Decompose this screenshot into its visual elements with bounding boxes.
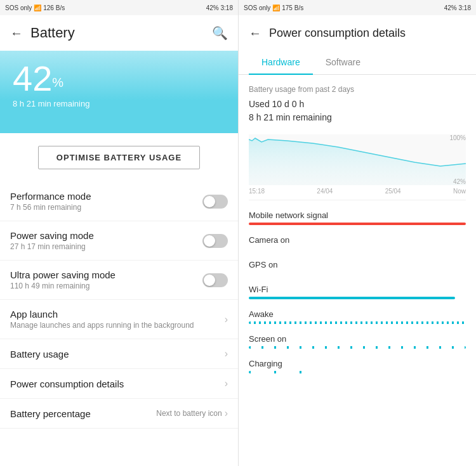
optimise-button[interactable]: OPTIMISE BATTERY USAGE bbox=[38, 146, 200, 169]
usage-bar-container-awake bbox=[249, 321, 466, 324]
usage-label-awake: Awake bbox=[249, 309, 466, 319]
left-battery-status: 42% 3:18 bbox=[206, 4, 233, 11]
usage-label-gps: GPS on bbox=[249, 260, 466, 269]
battery-used-text: Used 10 d 0 h 8 h 21 min remaining bbox=[249, 98, 466, 124]
usage-bar-container-mobile bbox=[249, 223, 466, 225]
performance-mode-item[interactable]: Performance mode 7 h 56 min remaining bbox=[0, 182, 238, 221]
usage-bar-screen bbox=[249, 346, 466, 349]
battery-percentage-chevron: › bbox=[225, 408, 228, 419]
ultra-power-saving-content: Ultra power saving mode 110 h 49 min rem… bbox=[10, 269, 202, 290]
app-launch-content: App launch Manage launches and apps runn… bbox=[10, 309, 225, 330]
usage-label-wifi: Wi-Fi bbox=[249, 285, 466, 294]
sos-text: SOS only bbox=[5, 4, 32, 11]
power-saving-toggle[interactable] bbox=[202, 234, 228, 248]
right-wifi-icon: 📶 bbox=[272, 4, 280, 11]
battery-visual: 42% 8 h 21 min remaining bbox=[0, 51, 238, 133]
right-panel: SOS only 📶 175 B/s 42% 3:18 ← Power cons… bbox=[238, 0, 476, 466]
right-signal-speed: 175 B/s bbox=[282, 4, 303, 11]
app-launch-item[interactable]: App launch Manage launches and apps runn… bbox=[0, 300, 238, 339]
chart-area: 100% 42% 15:18 24/04 25 bbox=[239, 129, 476, 200]
ultra-power-saving-subtitle: 110 h 49 min remaining bbox=[10, 282, 202, 290]
usage-bar-awake bbox=[249, 321, 466, 324]
usage-bar-container-charging bbox=[249, 371, 466, 373]
left-back-button[interactable]: ← bbox=[10, 26, 23, 41]
battery-usage-title: Battery usage bbox=[10, 349, 225, 359]
right-battery-status: 42% 3:18 bbox=[444, 4, 471, 11]
performance-mode-title: Performance mode bbox=[10, 191, 202, 202]
right-sos-text: SOS only bbox=[244, 4, 270, 11]
usage-row-wifi: Wi-Fi bbox=[239, 280, 476, 304]
left-top-bar: ← Battery 🔍 bbox=[0, 15, 238, 51]
usage-row-mobile: Mobile network signal bbox=[239, 205, 476, 230]
performance-mode-content: Performance mode 7 h 56 min remaining bbox=[10, 191, 202, 212]
signal-speed: 126 B/s bbox=[43, 4, 65, 11]
app-launch-subtitle: Manage launches and apps running in the … bbox=[10, 321, 225, 330]
left-page-title: Battery bbox=[30, 25, 212, 41]
chart-label-3: Now bbox=[453, 188, 466, 195]
right-back-button[interactable]: ← bbox=[249, 26, 261, 41]
chart-label-2: 25/04 bbox=[385, 188, 401, 195]
usage-row-gps: GPS on bbox=[239, 255, 476, 280]
battery-percentage-title: Battery percentage bbox=[10, 408, 156, 419]
usage-bar-wifi bbox=[249, 297, 455, 299]
battery-percentage-display: 42% 8 h 21 min remaining bbox=[13, 61, 89, 108]
used-text: Used 10 d 0 h bbox=[249, 99, 304, 109]
left-status-bar: SOS only 📶 126 B/s 42% 3:18 bbox=[0, 0, 238, 15]
power-consumption-content: Power consumption details bbox=[10, 379, 225, 389]
battery-percentage-item[interactable]: Battery percentage Next to battery icon … bbox=[0, 399, 238, 429]
right-remaining-text: 8 h 21 min remaining bbox=[249, 112, 332, 122]
power-saving-title: Power saving mode bbox=[10, 230, 202, 241]
right-top-bar: ← Power consumption details bbox=[239, 15, 476, 51]
tab-hardware[interactable]: Hardware bbox=[249, 51, 313, 75]
chart-42-label: 42% bbox=[453, 178, 466, 185]
settings-list: Performance mode 7 h 56 min remaining Po… bbox=[0, 182, 238, 466]
usage-row-screen: Screen on bbox=[239, 329, 476, 354]
battery-usage-content: Battery usage bbox=[10, 349, 225, 359]
ultra-power-saving-item[interactable]: Ultra power saving mode 110 h 49 min rem… bbox=[0, 261, 238, 300]
ultra-power-saving-title: Ultra power saving mode bbox=[10, 269, 202, 280]
power-consumption-chevron: › bbox=[225, 378, 228, 389]
right-status-right: 42% 3:18 bbox=[444, 4, 471, 11]
usage-row-camera: Camera on bbox=[239, 230, 476, 255]
power-saving-content: Power saving mode 27 h 17 min remaining bbox=[10, 230, 202, 251]
usage-label-screen: Screen on bbox=[249, 334, 466, 344]
usage-section: Mobile network signal Camera on GPS on W… bbox=[239, 200, 476, 466]
power-saving-item[interactable]: Power saving mode 27 h 17 min remaining bbox=[0, 221, 238, 261]
battery-info-section: Battery usage from past 2 days Used 10 d… bbox=[239, 75, 476, 129]
usage-row-awake: Awake bbox=[239, 304, 476, 329]
left-panel: SOS only 📶 126 B/s 42% 3:18 ← Battery 🔍 … bbox=[0, 0, 238, 466]
usage-bar-container-screen bbox=[249, 346, 466, 349]
chart-label-1: 24/04 bbox=[317, 188, 333, 195]
app-launch-chevron: › bbox=[225, 314, 228, 325]
performance-mode-toggle[interactable] bbox=[202, 195, 228, 209]
right-page-title: Power consumption details bbox=[269, 27, 466, 40]
power-consumption-title: Power consumption details bbox=[10, 379, 225, 389]
left-status-left: SOS only 📶 126 B/s bbox=[5, 4, 65, 11]
battery-percent-number: 42 bbox=[13, 58, 52, 98]
battery-percentage-row: 42% bbox=[13, 61, 89, 96]
power-consumption-item[interactable]: Power consumption details › bbox=[0, 369, 238, 399]
battery-usage-item[interactable]: Battery usage › bbox=[0, 339, 238, 369]
ultra-power-saving-toggle[interactable] bbox=[202, 273, 228, 287]
tab-software[interactable]: Software bbox=[313, 51, 373, 75]
right-status-bar: SOS only 📶 175 B/s 42% 3:18 bbox=[239, 0, 476, 15]
usage-bar-container-gps bbox=[249, 272, 466, 275]
usage-bar-charging bbox=[249, 371, 314, 373]
tabs-container: Hardware Software bbox=[239, 51, 476, 75]
battery-chart bbox=[249, 134, 466, 185]
battery-usage-chevron: › bbox=[225, 348, 228, 359]
usage-bar-container-camera bbox=[249, 247, 466, 250]
battery-percent-sign: % bbox=[52, 75, 63, 89]
app-launch-title: App launch bbox=[10, 309, 225, 320]
battery-remaining-text: 8 h 21 min remaining bbox=[13, 99, 89, 108]
chart-label-0: 15:18 bbox=[249, 188, 265, 195]
power-saving-subtitle: 27 h 17 min remaining bbox=[10, 242, 202, 251]
wifi-icon: 📶 bbox=[34, 4, 41, 11]
search-icon[interactable]: 🔍 bbox=[212, 25, 228, 41]
left-status-right: 42% 3:18 bbox=[206, 4, 233, 11]
usage-row-charging: Charging bbox=[239, 354, 476, 379]
battery-from-text: Battery usage from past 2 days bbox=[249, 85, 466, 94]
usage-bar-mobile bbox=[249, 223, 466, 225]
chart-labels: 15:18 24/04 25/04 Now bbox=[249, 188, 466, 195]
battery-percentage-value: Next to battery icon bbox=[156, 409, 221, 418]
